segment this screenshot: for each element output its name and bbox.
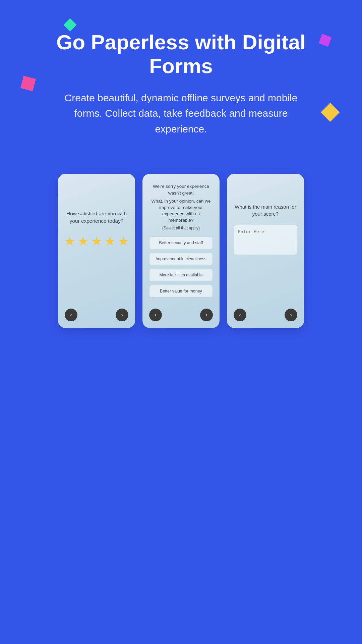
star-rating: ★ ★ ★ ★ ★ <box>64 234 129 249</box>
option-cleanliness[interactable]: Improvement in cleanliness <box>149 253 213 265</box>
card1-question: How satisfied are you with your experien… <box>65 210 128 224</box>
card2-prev-button[interactable]: ‹ <box>149 309 162 321</box>
card1-content: How satisfied are you with your experien… <box>65 183 128 303</box>
option-security[interactable]: Better security and staff <box>149 236 213 249</box>
card2-hint: (Select all that apply) <box>162 226 200 230</box>
cards-section: How satisfied are you with your experien… <box>0 157 362 355</box>
card-improve: We're sorry your experience wasn't great… <box>142 174 220 328</box>
card1-next-button[interactable]: › <box>116 309 128 321</box>
star-5[interactable]: ★ <box>118 234 129 249</box>
hero-title: Go Paperless with Digital Forms <box>27 30 335 78</box>
star-4[interactable]: ★ <box>104 234 116 249</box>
card2-next-button[interactable]: › <box>200 309 213 321</box>
card2-header: We're sorry your experience wasn't great… <box>149 183 213 196</box>
card2-content: We're sorry your experience wasn't great… <box>149 183 213 303</box>
option-value[interactable]: Better value for money <box>149 285 213 298</box>
card3-next-button[interactable]: › <box>285 309 297 321</box>
star-3[interactable]: ★ <box>91 234 102 249</box>
card1-prev-button[interactable]: ‹ <box>65 309 77 321</box>
star-1[interactable]: ★ <box>64 234 75 249</box>
card3-prev-button[interactable]: ‹ <box>234 309 246 321</box>
hero-subtitle: Create beautiful, dynamic offline survey… <box>60 90 302 137</box>
hero-section: Go Paperless with Digital Forms Create b… <box>0 0 362 157</box>
card3-nav: ‹ › <box>234 309 297 321</box>
star-2[interactable]: ★ <box>77 234 89 249</box>
card2-nav: ‹ › <box>149 309 213 321</box>
card-reason: What is the main reason for your score? … <box>227 174 304 328</box>
card-satisfaction: How satisfied are you with your experien… <box>58 174 135 328</box>
option-facilities[interactable]: More facilities available <box>149 269 213 281</box>
reason-input[interactable] <box>234 225 297 255</box>
card3-question: What is the main reason for your score? <box>234 203 297 217</box>
card2-subheader: What, in your opinion, can we improve to… <box>149 198 213 224</box>
card1-nav: ‹ › <box>65 309 128 321</box>
card3-content: What is the main reason for your score? <box>234 183 297 303</box>
